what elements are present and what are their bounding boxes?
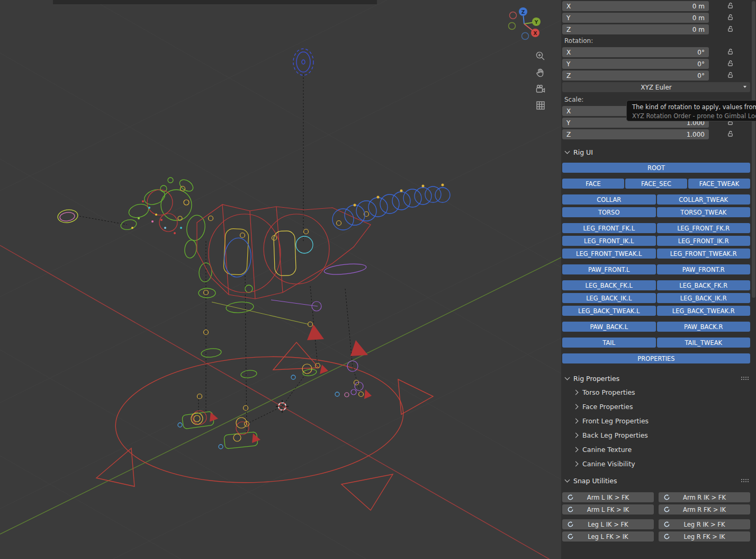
field-value: 0 m bbox=[692, 14, 705, 22]
rotation-z-field[interactable]: Z 0° bbox=[562, 70, 709, 81]
navigation-gizmo[interactable]: Z Y X bbox=[503, 3, 545, 45]
rig-ui-button-collar[interactable]: COLLAR bbox=[562, 194, 656, 205]
rig-ui-button-face-sec[interactable]: FACE_SEC bbox=[625, 179, 687, 189]
snap-refresh-icon bbox=[567, 533, 574, 540]
snap-leg-l-fk-ik-button[interactable]: Leg L FK > IK bbox=[562, 531, 654, 542]
scrollbar-thumb[interactable] bbox=[752, 1, 755, 298]
canine-visibility-item[interactable]: Canine Visibility bbox=[574, 459, 756, 468]
rotation-z-row: Z 0° bbox=[562, 70, 756, 81]
canine-texture-item[interactable]: Canine Texture bbox=[574, 445, 756, 454]
prop-item-label: Back Leg Properties bbox=[582, 431, 648, 439]
torso-properties-item[interactable]: Torso Properties bbox=[574, 388, 756, 396]
snap-utilities-panel-header[interactable]: Snap Utilities bbox=[565, 476, 756, 485]
axis-neg-x-handle[interactable] bbox=[510, 12, 517, 19]
front-leg-properties-item[interactable]: Front Leg Properties bbox=[574, 416, 756, 425]
unlock-icon[interactable] bbox=[727, 13, 734, 23]
green-bone-widgets[interactable] bbox=[120, 178, 317, 449]
rig-ui-button-torso[interactable]: TORSO bbox=[562, 207, 656, 217]
rig-ui-button-leg-back-ik-l[interactable]: LEG_BACK_IK.L bbox=[562, 293, 656, 303]
rig-ui-button-tail[interactable]: TAIL bbox=[562, 338, 656, 348]
zoom-icon[interactable] bbox=[535, 50, 546, 62]
rig-ui-button-torso-tweak[interactable]: TORSO_TWEAK bbox=[657, 207, 751, 217]
unlock-icon[interactable] bbox=[727, 70, 734, 81]
viewport-scene[interactable] bbox=[0, 0, 561, 559]
rig-ui-button-root[interactable]: ROOT bbox=[562, 163, 750, 173]
rig-ui-button-leg-front-tweak-l[interactable]: LEG_FRONT_TWEAK.L bbox=[562, 249, 656, 259]
axis-y-label: Y bbox=[534, 20, 538, 25]
rig-ui-button-tail-tweak[interactable]: TAIL_TWEAK bbox=[657, 338, 751, 348]
constraint-dashed-lines bbox=[79, 74, 361, 433]
snap-refresh-icon bbox=[567, 506, 574, 513]
rig-ui-button-properties[interactable]: PROPERTIES bbox=[562, 353, 750, 363]
rig-ui-button-leg-front-fk-r[interactable]: LEG_FRONT_FK.R bbox=[657, 223, 751, 233]
snap-leg-l-ik-fk-button[interactable]: Leg L IK > FK bbox=[562, 519, 654, 529]
snap-leg-r-ik-fk-button[interactable]: Leg R IK > FK bbox=[659, 519, 750, 529]
grid-icon[interactable] bbox=[535, 100, 546, 111]
gear-control[interactable] bbox=[293, 49, 313, 75]
rig-ui-button-paw-front-r[interactable]: PAW_FRONT.R bbox=[657, 264, 751, 274]
camera-icon[interactable] bbox=[535, 83, 546, 95]
unlock-icon[interactable] bbox=[727, 24, 734, 34]
snap-arm-r-fk-ik-button[interactable]: Arm R FK > IK bbox=[659, 504, 750, 514]
3d-viewport[interactable]: Z Y X bbox=[0, 0, 561, 559]
snap-arm-l-fk-ik-button[interactable]: Arm L FK > IK bbox=[562, 504, 654, 514]
rig-ui-button-leg-front-fk-l[interactable]: LEG_FRONT_FK.L bbox=[562, 223, 656, 233]
rig-ui-button-face-tweak[interactable]: FACE_TWEAK bbox=[688, 179, 750, 189]
rig-properties-panel-header[interactable]: Rig Properties bbox=[565, 374, 756, 383]
rig-ui-button-leg-back-ik-r[interactable]: LEG_BACK_IK.R bbox=[657, 293, 751, 303]
scale-z-field[interactable]: Z 1.000 bbox=[562, 129, 709, 139]
n-panel-sidebar: X 0 m Y 0 m Z 0 m Rotation: X 0° bbox=[561, 0, 756, 559]
detached-target-widget[interactable] bbox=[57, 208, 79, 224]
snap-button-label: Arm R FK > IK bbox=[683, 506, 726, 513]
snap-button-label: Arm L IK > FK bbox=[587, 494, 629, 501]
axis-neg-y-handle[interactable] bbox=[509, 23, 516, 30]
snap-arm-l-ik-fk-button[interactable]: Arm L IK > FK bbox=[562, 492, 654, 502]
rig-ui-button-leg-back-tweak-l[interactable]: LEG_BACK_TWEAK.L bbox=[562, 306, 656, 316]
face-properties-item[interactable]: Face Properties bbox=[574, 402, 756, 411]
drag-handle-icon[interactable] bbox=[741, 376, 749, 380]
axis-label: Y bbox=[566, 14, 570, 22]
unlock-icon[interactable] bbox=[727, 47, 734, 57]
chevron-right-icon bbox=[573, 404, 579, 409]
axis-x-label: X bbox=[534, 31, 537, 36]
snap-button-label: Arm L FK > IK bbox=[587, 506, 629, 513]
axis-label: X bbox=[566, 49, 571, 56]
rotation-y-field[interactable]: Y 0° bbox=[562, 59, 709, 69]
rig-ui-button-leg-front-ik-r[interactable]: LEG_FRONT_IK.R bbox=[657, 236, 751, 246]
back-leg-properties-item[interactable]: Back Leg Properties bbox=[574, 431, 756, 439]
field-value: 0 m bbox=[692, 3, 705, 10]
rig-ui-button-collar-tweak[interactable]: COLLAR_TWEAK bbox=[657, 194, 751, 205]
snap-button-label: Leg L FK > IK bbox=[588, 533, 628, 540]
rotation-x-row: X 0° bbox=[562, 47, 756, 57]
rig-ui-button-leg-back-fk-r[interactable]: LEG_BACK_FK.R bbox=[657, 280, 751, 290]
pan-hand-icon[interactable] bbox=[535, 67, 546, 78]
snap-leg-r-fk-ik-button[interactable]: Leg R FK > IK bbox=[659, 531, 750, 542]
tooltip-line-2: XYZ Rotation Order - prone to Gimbal Loc… bbox=[632, 112, 756, 120]
rig-ui-button-face[interactable]: FACE bbox=[562, 179, 624, 189]
rig-ui-button-leg-back-fk-l[interactable]: LEG_BACK_FK.L bbox=[562, 280, 656, 290]
rotation-mode-dropdown[interactable]: XYZ Euler bbox=[562, 82, 750, 92]
rig-ui-panel-header[interactable]: Rig UI bbox=[565, 148, 756, 156]
unlock-icon[interactable] bbox=[727, 59, 734, 69]
location-y-field[interactable]: Y 0 m bbox=[562, 13, 709, 23]
rotation-x-field[interactable]: X 0° bbox=[562, 47, 709, 57]
snap-refresh-icon bbox=[663, 494, 670, 501]
location-x-field[interactable]: X 0 m bbox=[562, 1, 709, 11]
snap-refresh-icon bbox=[663, 506, 670, 513]
sidebar-scrollbar[interactable] bbox=[752, 1, 755, 557]
unlock-icon[interactable] bbox=[727, 129, 734, 139]
field-value: 0° bbox=[697, 72, 705, 79]
blue-bone-widgets[interactable] bbox=[178, 184, 450, 449]
panel-title: Rig UI bbox=[573, 148, 593, 156]
unlock-icon[interactable] bbox=[727, 1, 734, 11]
drag-handle-icon[interactable] bbox=[741, 478, 749, 483]
rig-ui-button-leg-back-tweak-r[interactable]: LEG_BACK_TWEAK.R bbox=[657, 306, 751, 316]
rig-ui-button-leg-front-tweak-r[interactable]: LEG_FRONT_TWEAK.R bbox=[657, 249, 751, 259]
location-z-field[interactable]: Z 0 m bbox=[562, 24, 709, 34]
rig-ui-button-leg-front-ik-l[interactable]: LEG_FRONT_IK.L bbox=[562, 236, 656, 246]
snap-arm-r-ik-fk-button[interactable]: Arm R IK > FK bbox=[659, 492, 750, 502]
rig-ui-button-paw-back-l[interactable]: PAW_BACK.L bbox=[562, 322, 656, 332]
axis-neg-z-handle[interactable] bbox=[522, 33, 529, 40]
rig-ui-button-paw-front-l[interactable]: PAW_FRONT.L bbox=[562, 264, 656, 274]
rig-ui-button-paw-back-r[interactable]: PAW_BACK.R bbox=[657, 322, 751, 332]
